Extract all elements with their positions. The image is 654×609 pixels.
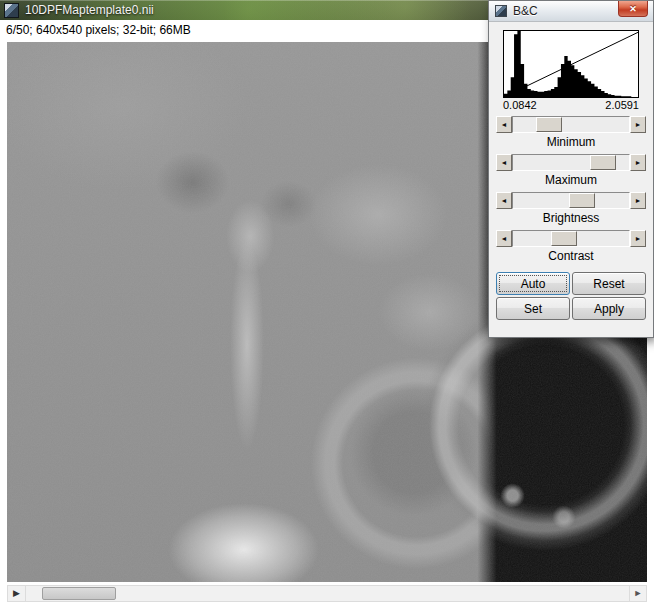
stack-scrollbar-thumb[interactable] xyxy=(42,587,116,600)
right-arrow-icon: ► xyxy=(635,235,642,242)
histogram-min-value: 0.0842 xyxy=(503,99,537,111)
imagej-app-icon xyxy=(4,3,19,18)
close-icon: ✕ xyxy=(629,4,637,14)
set-button[interactable]: Set xyxy=(496,297,570,320)
left-arrow-icon: ◄ xyxy=(501,235,508,242)
close-button[interactable]: ✕ xyxy=(618,1,648,17)
bc-button-grid: Auto Reset Set Apply xyxy=(496,272,646,320)
play-button[interactable]: ▶ xyxy=(8,586,26,601)
minimum-slider-track[interactable] xyxy=(512,116,630,133)
right-arrow-icon: ► xyxy=(635,121,642,128)
brightness-slider-thumb[interactable] xyxy=(569,193,595,208)
minimum-slider-left-arrow[interactable]: ◄ xyxy=(496,116,512,133)
play-icon: ▶ xyxy=(13,588,20,598)
brightness-label: Brightness xyxy=(496,211,646,225)
contrast-slider-left-arrow[interactable]: ◄ xyxy=(496,230,512,247)
minimum-slider[interactable]: ◄ ► xyxy=(496,116,646,133)
bc-dialog-icon xyxy=(495,5,507,17)
contrast-slider[interactable]: ◄ ► xyxy=(496,230,646,247)
bc-dialog-titlebar[interactable]: B&C ✕ xyxy=(489,1,653,22)
maximum-slider-track[interactable] xyxy=(512,154,630,171)
contrast-slider-track[interactable] xyxy=(512,230,630,247)
apply-button[interactable]: Apply xyxy=(572,297,646,320)
stack-scrollbar-right-arrow[interactable]: ► xyxy=(629,586,646,601)
left-arrow-icon: ◄ xyxy=(501,197,508,204)
contrast-slider-right-arrow[interactable]: ► xyxy=(630,230,646,247)
bc-dialog: B&C ✕ 0.0842 2.0591 ◄ ► Minimum ◄ xyxy=(488,0,654,338)
left-arrow-icon: ◄ xyxy=(501,121,508,128)
maximum-slider-right-arrow[interactable]: ► xyxy=(630,154,646,171)
contrast-label: Contrast xyxy=(496,249,646,263)
minimum-slider-right-arrow[interactable]: ► xyxy=(630,116,646,133)
right-arrow-icon: ► xyxy=(634,588,643,598)
brightness-slider-left-arrow[interactable]: ◄ xyxy=(496,192,512,209)
stack-scrollbar: ▶ ► xyxy=(7,585,647,602)
maximum-slider[interactable]: ◄ ► xyxy=(496,154,646,171)
image-window-title: 10DPFMaptemplate0.nii xyxy=(25,3,154,17)
bc-dialog-title: B&C xyxy=(513,4,538,18)
minimum-slider-thumb[interactable] xyxy=(536,117,562,132)
auto-button[interactable]: Auto xyxy=(496,272,570,295)
brightness-slider-track[interactable] xyxy=(512,192,630,209)
reset-button[interactable]: Reset xyxy=(572,272,646,295)
right-arrow-icon: ► xyxy=(635,197,642,204)
brightness-slider-right-arrow[interactable]: ► xyxy=(630,192,646,209)
histogram-max-value: 2.0591 xyxy=(605,99,639,111)
maximum-slider-thumb[interactable] xyxy=(590,155,616,170)
brightness-slider[interactable]: ◄ ► xyxy=(496,192,646,209)
left-arrow-icon: ◄ xyxy=(501,159,508,166)
histogram-panel xyxy=(503,30,639,98)
maximum-slider-left-arrow[interactable]: ◄ xyxy=(496,154,512,171)
maximum-label: Maximum xyxy=(496,173,646,187)
right-arrow-icon: ► xyxy=(635,159,642,166)
stack-scrollbar-track[interactable] xyxy=(26,586,629,601)
contrast-slider-thumb[interactable] xyxy=(551,231,577,246)
minimum-label: Minimum xyxy=(496,135,646,149)
